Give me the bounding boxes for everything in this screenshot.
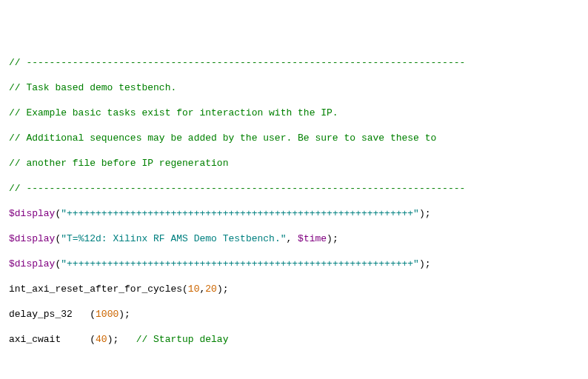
punct: ); xyxy=(419,208,431,219)
punct: ( xyxy=(73,309,96,320)
comment-line-1: // Task based demo testbench. xyxy=(9,81,579,94)
punct: ); xyxy=(419,258,431,269)
code-display-plus-2: $display("++++++++++++++++++++++++++++++… xyxy=(9,258,579,270)
punct: ); xyxy=(118,309,130,320)
punct: ); xyxy=(217,284,229,295)
str-plusline: "+++++++++++++++++++++++++++++++++++++++… xyxy=(61,208,419,219)
comment-line-3: // Additional sequences may be added by … xyxy=(9,132,579,144)
code-cwait-call: axi_cwait (40); // Startup delay xyxy=(9,333,579,346)
num-20: 20 xyxy=(205,284,217,295)
num-40: 40 xyxy=(96,334,107,345)
comment-line-4: // another file before IP regeneration xyxy=(9,157,579,170)
comment-startup: // Startup delay xyxy=(136,334,229,345)
comment-dash-top: // -------------------------------------… xyxy=(9,56,579,69)
fn-cwait: axi_cwait xyxy=(9,334,61,345)
fn-reset: int_axi_reset_after_for_cycles xyxy=(9,284,182,295)
num-1000: 1000 xyxy=(96,309,118,320)
punct: , xyxy=(286,233,298,244)
kw-time: $time xyxy=(298,233,327,244)
num-10: 10 xyxy=(188,284,200,295)
code-reset-call: int_axi_reset_after_for_cycles(10,20); xyxy=(9,283,579,295)
str-tb-title: "T=%12d: Xilinx RF AMS Demo Testbench." xyxy=(61,233,286,244)
punct: ); xyxy=(107,334,136,345)
comment-line-2: // Example basic tasks exist for interac… xyxy=(9,107,579,119)
kw-display: $display xyxy=(9,233,55,244)
punct: ( xyxy=(61,334,96,345)
kw-display: $display xyxy=(9,258,55,269)
code-display-plus-1: $display("++++++++++++++++++++++++++++++… xyxy=(9,207,579,220)
punct: ); xyxy=(327,233,338,244)
kw-display: $display xyxy=(9,208,55,219)
code-delay-call: delay_ps_32 (1000); xyxy=(9,308,579,321)
str-plusline: "+++++++++++++++++++++++++++++++++++++++… xyxy=(61,258,419,269)
code-display-title: $display("T=%12d: Xilinx RF AMS Demo Tes… xyxy=(9,232,579,245)
punct: ( xyxy=(182,284,188,295)
comment-dash-bottom: // -------------------------------------… xyxy=(9,182,579,195)
fn-delay: delay_ps_32 xyxy=(9,309,73,320)
blank-line xyxy=(9,358,579,371)
